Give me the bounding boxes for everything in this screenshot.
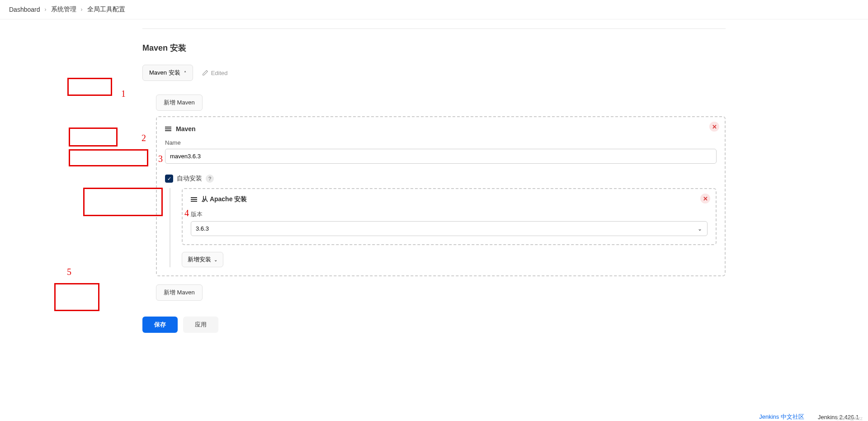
add-maven-button-bottom[interactable]: 新增 Maven xyxy=(156,284,203,301)
chevron-right-icon: › xyxy=(45,6,47,13)
apply-button[interactable]: 应用 xyxy=(183,317,218,333)
maven-block: ✕ Maven Name ✓ 自动安装 ? ✕ 从 Apache 安装 xyxy=(156,116,726,276)
add-installer-button[interactable]: 新增安装 ⌄ xyxy=(182,252,223,267)
chevron-down-icon: ⌄ xyxy=(214,257,217,262)
annotation-number-5: 5 xyxy=(67,267,71,277)
edited-indicator: Edited xyxy=(202,70,228,76)
drag-handle-icon[interactable] xyxy=(165,127,171,131)
annotation-box-1 xyxy=(67,78,112,96)
remove-installer-button[interactable]: ✕ xyxy=(700,194,710,203)
auto-install-label: 自动安装 xyxy=(177,175,202,183)
maven-block-title: Maven xyxy=(176,125,196,132)
annotation-box-2 xyxy=(69,128,118,147)
add-maven-button-top[interactable]: 新增 Maven xyxy=(156,95,203,111)
breadcrumb: Dashboard › 系统管理 › 全局工具配置 xyxy=(0,0,868,19)
auto-install-row: ✓ 自动安装 ? xyxy=(165,175,717,183)
pencil-icon xyxy=(202,70,208,76)
maven-install-toggle[interactable]: Maven 安装 ˄ xyxy=(142,65,193,81)
name-field-label: Name xyxy=(165,139,717,146)
collapsible-label: Maven 安装 xyxy=(149,69,180,77)
annotation-box-3 xyxy=(69,149,148,166)
annotation-number-1: 1 xyxy=(121,89,126,99)
version-label: 版本 xyxy=(191,210,708,218)
main-content: Maven 安装 Maven 安装 ˄ Edited 新增 Maven ✕ Ma… xyxy=(142,19,726,333)
section-title: Maven 安装 xyxy=(142,43,726,53)
save-button[interactable]: 保存 xyxy=(142,317,178,333)
edited-label: Edited xyxy=(211,70,228,76)
breadcrumb-dashboard[interactable]: Dashboard xyxy=(9,6,40,13)
annotation-box-5 xyxy=(54,283,99,311)
remove-maven-button[interactable]: ✕ xyxy=(709,122,719,132)
add-installer-label: 新增安装 xyxy=(188,255,211,264)
breadcrumb-system-manage[interactable]: 系统管理 xyxy=(51,5,76,14)
breadcrumb-global-tool-config[interactable]: 全局工具配置 xyxy=(87,5,125,14)
auto-install-checkbox[interactable]: ✓ xyxy=(165,175,173,183)
chevron-right-icon: › xyxy=(81,6,83,13)
maven-name-input[interactable] xyxy=(165,149,717,164)
drag-handle-icon[interactable] xyxy=(191,197,197,202)
installer-block: ✕ 从 Apache 安装 版本 3.6.3 ⌄ xyxy=(182,188,717,245)
help-icon[interactable]: ? xyxy=(206,175,214,183)
chevron-up-icon: ˄ xyxy=(184,71,186,76)
version-select[interactable]: 3.6.3 xyxy=(191,221,708,236)
installer-title: 从 Apache 安装 xyxy=(202,195,247,203)
